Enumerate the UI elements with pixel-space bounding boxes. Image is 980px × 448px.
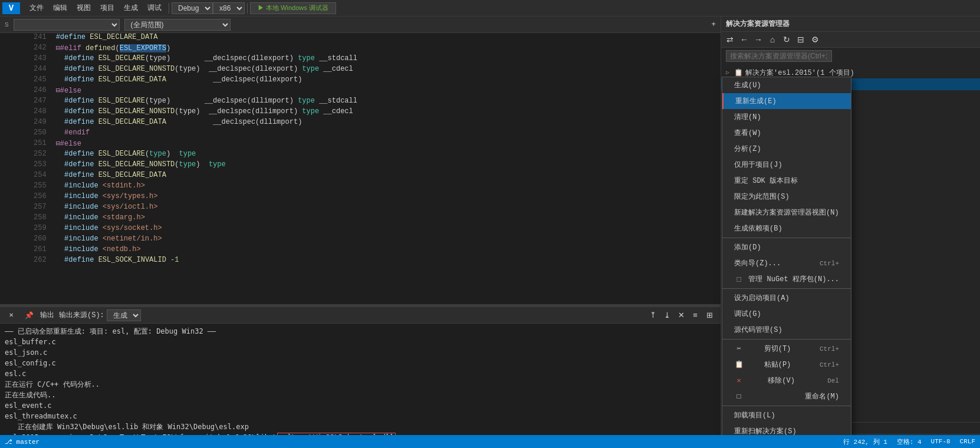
cut-icon: ✂ — [734, 344, 744, 353]
menu-item-remove[interactable]: ✕ 移除(V) Del — [722, 373, 851, 388]
solution-explorer-title: 解决方案资源管理器 — [721, 17, 980, 32]
line-number: 253 — [0, 160, 54, 171]
run-button[interactable]: ▶ 本地 Windows 调试器 — [250, 2, 336, 14]
menu-item-source-control[interactable]: 源代码管理(S) — [722, 322, 851, 338]
code-row: 262 #define ESL_SOCK_INVALID -1 — [0, 256, 721, 266]
menu-item-class-wizard[interactable]: 类向导(Z)... Ctrl+ — [722, 255, 851, 271]
output-btn3[interactable]: ✕ — [675, 309, 688, 322]
code-row: 247 #define ESL_DECLARE(type) __declspec… — [0, 97, 721, 107]
menu-item-rename[interactable]: □ 重命名(M) — [722, 388, 851, 404]
code-row: 254 #define ESL_DECLARE_DATA — [0, 171, 721, 182]
add-btn[interactable]: + — [711, 20, 716, 29]
line-content: #define ESL_DECLARE_NONSTD(type) type — [54, 160, 721, 171]
line-content: #define ESL_DECLARE_DATA — [54, 171, 721, 182]
toolbar-build[interactable]: 生成 — [119, 2, 143, 14]
panel-toolbar: ⇄ ← → ⌂ ↻ ⊟ ⚙ — [721, 32, 980, 48]
status-right: 行 242, 列 1 空格: 4 UTF-8 CRLF — [843, 437, 975, 446]
code-editor2[interactable]: 241 #define ESL_DECLARE_DATA 242 ⊟#elif … — [0, 33, 721, 304]
status-branch: ⎇ master — [5, 438, 40, 446]
toolbar-edit[interactable]: 编辑 — [48, 2, 72, 14]
code-row: 258 #include <stdarg.h> — [0, 213, 721, 224]
output-line: 正在生成代码.. — [5, 390, 716, 400]
menu-item-clean[interactable]: 清理(N) — [722, 109, 851, 125]
line-number: 247 — [0, 97, 54, 107]
menu-item-view[interactable]: 查看(W) — [722, 125, 851, 141]
panel-btn-home[interactable]: ⌂ — [766, 33, 779, 46]
output-line: esl_json.c — [5, 347, 716, 358]
menu-item-project-only[interactable]: 仅用于项目(J) — [722, 157, 851, 173]
line-content: #define ESL_DECLARE_DATA — [54, 33, 721, 44]
toolbar-view[interactable]: 视图 — [72, 2, 96, 14]
config-select[interactable]: Debug — [172, 2, 213, 14]
line-content: #define ESL_DECLARE_DATA __declspec(dlle… — [54, 75, 721, 86]
nuget-icon: ⬚ — [734, 275, 744, 284]
solution-search-input[interactable] — [726, 50, 832, 62]
toolbar-file[interactable]: 文件 — [25, 2, 48, 14]
menu-item-set-startup[interactable]: 设为启动项目(A) — [722, 290, 851, 306]
panel-btn-collapse[interactable]: ⊟ — [794, 33, 807, 46]
line-number: 258 — [0, 213, 54, 224]
output-btn1[interactable]: ⤒ — [646, 309, 659, 322]
line-content: #define ESL_DECLARE_NONSTD(type) __decls… — [54, 107, 721, 118]
output-btn2[interactable]: ⤓ — [660, 309, 673, 322]
line-content: #include <sys/socket.h> — [54, 224, 721, 235]
line-content: #include <stdint.h> — [54, 182, 721, 192]
line-content: ⊟#else — [54, 86, 721, 97]
status-encoding: UTF-8 — [931, 438, 951, 445]
line-content: #define ESL_SOCK_INVALID -1 — [54, 256, 721, 266]
panel-btn-settings[interactable]: ⚙ — [808, 33, 821, 46]
platform-select[interactable]: x86 — [213, 2, 245, 14]
code-row: 243 #define ESL_DECLARE(type) __declspec… — [0, 54, 721, 65]
output-btn5[interactable]: ⊞ — [703, 309, 716, 322]
output-title: 输出 — [40, 310, 54, 320]
menu-item-rebuild[interactable]: 重新生成(E) — [722, 93, 851, 109]
status-crlf: CRLF — [960, 438, 975, 445]
scope-right2[interactable]: (全局范围) — [124, 19, 231, 31]
code-row: 249 #define ESL_DECLARE_DATA __declspec(… — [0, 118, 721, 129]
menu-item-cut[interactable]: ✂ 剪切(T) Ctrl+ — [722, 341, 851, 357]
menu-item-new-view[interactable]: 新建解决方案资源管理器视图(N) — [722, 205, 851, 220]
output-line: esl.c — [5, 368, 716, 379]
toolbar-project[interactable]: 项目 — [96, 2, 119, 14]
panel-btn-forward[interactable]: → — [752, 33, 765, 46]
toolbar-debug[interactable]: 调试 — [143, 2, 166, 14]
right-panel: 解决方案资源管理器 ⇄ ← → ⌂ ↻ ⊟ ⚙ ▷ 📋 解决方案'esl.201… — [721, 17, 980, 448]
line-number: 261 — [0, 245, 54, 256]
menu-item-nuget[interactable]: ⬚ 管理 NuGet 程序包(N)... — [722, 271, 851, 287]
output-pin-btn[interactable]: 📌 — [22, 309, 35, 322]
panel-btn-refresh[interactable]: ↻ — [780, 33, 793, 46]
output-close-btn[interactable]: ✕ — [5, 309, 18, 322]
line-number: 243 — [0, 54, 54, 65]
line-number: 262 — [0, 256, 54, 266]
context-menu: 生成(U) 重新生成(E) 清理(N) 查看(W) 分析(Z) 仅用于项目(J)… — [722, 77, 851, 448]
line-content: #define ESL_DECLARE_NONSTD(type) __decls… — [54, 65, 721, 75]
line-content: #define ESL_DECLARE_DATA __declspec(dlli… — [54, 118, 721, 129]
code-row: 248 #define ESL_DECLARE_NONSTD(type) __d… — [0, 107, 721, 118]
line-number: 251 — [0, 139, 54, 150]
menu-item-deps[interactable]: 生成依赖项(B) — [722, 220, 851, 236]
code-row: 250 #endif — [0, 129, 721, 139]
menu-sep1 — [722, 238, 851, 238]
output-line: esl_event.c — [5, 400, 716, 411]
menu-item-paste[interactable]: 📋 粘贴(P) Ctrl+ — [722, 357, 851, 373]
menu-item-build[interactable]: 生成(U) — [722, 77, 851, 93]
menu-sep3 — [722, 339, 851, 340]
menu-item-add[interactable]: 添加(D) — [722, 239, 851, 255]
menu-item-analyze[interactable]: 分析(Z) — [722, 141, 851, 157]
output-source-select[interactable]: 生成 — [107, 309, 141, 321]
output-btn4[interactable]: ≡ — [689, 309, 702, 322]
menu-item-debug-menu[interactable]: 调试(G) — [722, 306, 851, 322]
menu-item-unload[interactable]: 卸载项目(L) — [722, 407, 851, 423]
line-number: 248 — [0, 107, 54, 118]
panel-btn-back[interactable]: ← — [738, 33, 751, 46]
output-header: ✕ 📌 输出 输出来源(S): 生成 ⤒ ⤓ ✕ ≡ ⊞ — [0, 307, 721, 324]
menu-item-retarget[interactable]: 重定 SDK 版本目标 — [722, 173, 851, 189]
line-number: 242 — [0, 44, 54, 54]
scope-left2[interactable] — [14, 19, 120, 31]
panel-btn-sync[interactable]: ⇄ — [724, 33, 736, 46]
line-number: 245 — [0, 75, 54, 86]
menu-item-scope[interactable]: 限定为此范围(S) — [722, 189, 851, 205]
status-spaces: 空格: 4 — [897, 437, 922, 446]
code-row: 253 #define ESL_DECLARE_NONSTD(type) typ… — [0, 160, 721, 171]
output-line: esl_buffer.c — [5, 337, 716, 347]
